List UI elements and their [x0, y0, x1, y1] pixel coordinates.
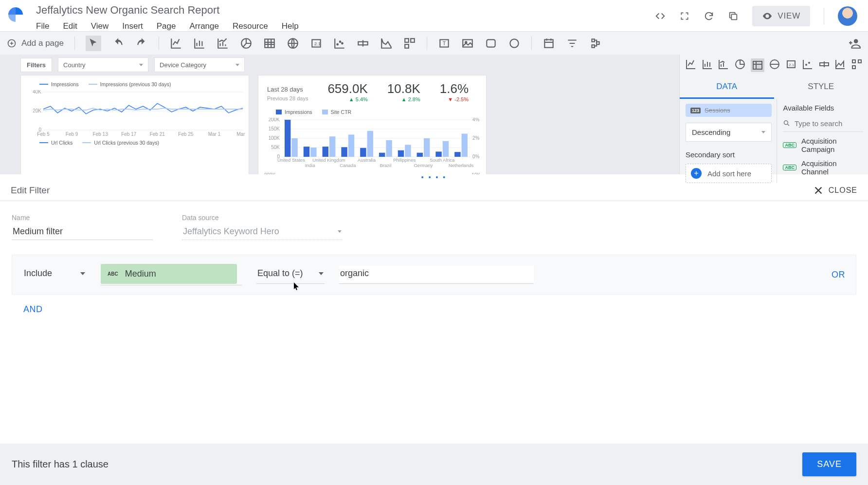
undo-icon[interactable]: [112, 37, 125, 50]
rectangle-icon[interactable]: [485, 37, 497, 50]
mouse-cursor-icon: [294, 282, 300, 291]
line-chart-card[interactable]: Impressions Impressions (previous 30 day…: [20, 75, 249, 174]
scatter-chart-icon[interactable]: [333, 37, 346, 50]
svg-rect-77: [443, 141, 449, 157]
menu-arrange[interactable]: Arrange: [189, 21, 218, 31]
mini-table-icon[interactable]: [751, 58, 764, 72]
svg-rect-76: [435, 151, 441, 157]
and-button[interactable]: AND: [23, 304, 856, 315]
geo-chart-icon[interactable]: [287, 37, 299, 50]
menu-edit[interactable]: Edit: [63, 21, 77, 31]
bullet-chart-icon[interactable]: [357, 37, 369, 50]
edit-filter-footer: This filter has 1 clause SAVE: [0, 444, 868, 485]
mini-pivot-icon[interactable]: [851, 58, 863, 70]
mini-bar-icon[interactable]: [702, 58, 713, 70]
svg-rect-68: [386, 140, 392, 157]
tab-style[interactable]: STYLE: [774, 76, 868, 99]
filter-value-input[interactable]: [339, 265, 534, 284]
mini-scatter-icon[interactable]: [802, 58, 814, 70]
view-button[interactable]: VIEW: [752, 6, 810, 26]
or-button[interactable]: OR: [832, 270, 845, 280]
embed-icon[interactable]: [655, 11, 666, 21]
mini-scorecard-icon[interactable]: 2.1: [785, 58, 797, 70]
image-icon[interactable]: [461, 37, 474, 50]
include-exclude-dropdown[interactable]: Include: [23, 265, 86, 284]
svg-rect-73: [417, 153, 423, 157]
menu-resource[interactable]: Resource: [233, 21, 268, 31]
app-logo: [7, 6, 24, 23]
add-page-button[interactable]: Add a page: [7, 38, 64, 48]
refresh-icon[interactable]: [704, 11, 714, 21]
sort-direction-dropdown[interactable]: Descending: [686, 123, 772, 142]
date-range-icon[interactable]: [542, 37, 555, 50]
svg-text:20K: 20K: [33, 108, 41, 113]
data-control-icon[interactable]: [589, 37, 602, 50]
select-tool-icon[interactable]: [86, 36, 101, 51]
metric-3: 1.6%▼ -2.5%: [440, 81, 469, 102]
field-acquisition-campaign[interactable]: ABCAcquisition Campaign: [783, 132, 863, 154]
document-title[interactable]: Jeffalytics New Organic Search Report: [36, 4, 655, 17]
svg-rect-53: [291, 138, 297, 157]
svg-text:Australia: Australia: [358, 157, 376, 163]
svg-text:2%: 2%: [472, 135, 480, 141]
pie-chart-icon[interactable]: [240, 37, 253, 50]
svg-rect-71: [405, 145, 411, 157]
pivot-table-icon[interactable]: [403, 37, 416, 50]
filter-country-dropdown[interactable]: Country: [58, 57, 148, 72]
filter-name-input[interactable]: [12, 224, 153, 240]
mini-area-icon[interactable]: [834, 58, 846, 70]
redo-icon[interactable]: [135, 37, 148, 50]
menu-view[interactable]: View: [91, 21, 109, 31]
circle-icon[interactable]: [508, 37, 521, 50]
mini-combo-icon[interactable]: [718, 58, 729, 70]
area-chart-icon[interactable]: [380, 37, 393, 50]
fullscreen-icon[interactable]: [679, 11, 690, 21]
mini-pie-icon[interactable]: [734, 58, 746, 70]
metric-1: 659.0K▲ 5.4%: [327, 81, 367, 102]
svg-text:150K: 150K: [269, 126, 280, 131]
condition-dropdown[interactable]: Equal to (=): [256, 265, 325, 284]
filter-clause: Include ABC Medium Equal to (=) OR: [12, 255, 856, 295]
datasource-dropdown[interactable]: Jeffalytics Keyword Hero: [182, 224, 343, 240]
add-sort-button[interactable]: + Add sort here: [686, 164, 772, 183]
svg-text:50K: 50K: [271, 145, 280, 150]
add-people-icon[interactable]: [849, 37, 861, 50]
filter-device-dropdown[interactable]: Device Category: [154, 57, 245, 72]
menu-file[interactable]: File: [36, 21, 49, 31]
properties-panel: 2.1 DATA STYLE 123 Sessions Descending S…: [679, 55, 868, 174]
menu-help[interactable]: Help: [282, 21, 299, 31]
mini-line-icon[interactable]: [685, 58, 697, 70]
copy-icon[interactable]: [728, 11, 739, 21]
field-acquisition-channel[interactable]: ABCAcquisition Channel: [783, 154, 863, 177]
close-button[interactable]: CLOSE: [813, 185, 857, 196]
save-button[interactable]: SAVE: [802, 452, 856, 476]
mini-bullet-icon[interactable]: [818, 58, 830, 70]
svg-text:Feb 17: Feb 17: [121, 131, 137, 137]
table-chart-icon[interactable]: [263, 37, 276, 50]
line-chart-icon[interactable]: [170, 37, 182, 50]
svg-rect-70: [398, 150, 404, 157]
filter-control-icon[interactable]: [566, 37, 579, 50]
svg-rect-11: [405, 38, 409, 42]
fields-search[interactable]: [783, 117, 863, 132]
fields-search-input[interactable]: [795, 119, 863, 128]
mini-geo-icon[interactable]: [769, 58, 780, 70]
report-canvas[interactable]: Filters Country Device Category Impressi…: [0, 55, 679, 174]
dimension-selector[interactable]: ABC Medium: [101, 264, 242, 285]
text-box-icon[interactable]: T: [438, 37, 451, 50]
svg-text:200K: 200K: [269, 118, 280, 122]
bar-chart-card[interactable]: Last 28 days Previous 28 days 659.0K▲ 5.…: [258, 75, 487, 174]
combo-chart-icon[interactable]: [217, 37, 229, 50]
menu-insert[interactable]: Insert: [122, 21, 143, 31]
svg-text:0%: 0%: [472, 154, 480, 159]
eye-icon: [762, 11, 773, 21]
tab-data[interactable]: DATA: [680, 76, 774, 99]
bar-chart-icon[interactable]: [193, 37, 206, 50]
user-avatar[interactable]: [838, 6, 857, 26]
metric-chip-sessions[interactable]: 123 Sessions: [686, 104, 772, 117]
edit-filter-title: Edit Filter: [11, 185, 813, 196]
scorecard-icon[interactable]: 2.1: [310, 37, 323, 50]
svg-point-87: [806, 64, 807, 65]
dimension-name: Medium: [125, 269, 156, 279]
menu-page[interactable]: Page: [157, 21, 176, 31]
